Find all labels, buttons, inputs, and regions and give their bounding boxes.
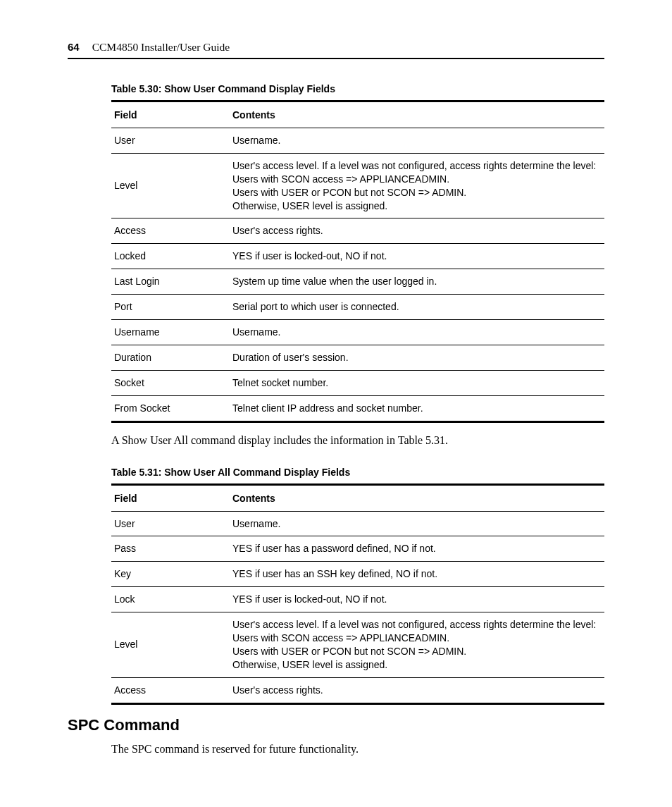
spc-text: The SPC command is reserved for future f… xyxy=(111,743,604,756)
cell-contents: Serial port to which user is connected. xyxy=(230,295,604,320)
cell-field: Port xyxy=(111,295,230,320)
cell-field: From Socket xyxy=(111,395,230,421)
cell-field: Access xyxy=(111,218,230,244)
table-header-field: Field xyxy=(111,101,230,128)
table-row: PortSerial port to which user is connect… xyxy=(111,295,604,320)
page-number: 64 xyxy=(68,41,80,53)
cell-field: Duration xyxy=(111,345,230,370)
cell-contents: Telnet socket number. xyxy=(230,370,604,395)
cell-contents: Username. xyxy=(230,320,604,345)
spc-heading: SPC Command xyxy=(68,716,604,734)
cell-contents: User's access level. If a level was not … xyxy=(230,612,604,678)
table-row: KeyYES if user has an SSH key defined, N… xyxy=(111,562,604,587)
table-row: UserUsername. xyxy=(111,511,604,536)
cell-contents: Telnet client IP address and socket numb… xyxy=(230,395,604,421)
cell-contents: User's access rights. xyxy=(230,218,604,244)
cell-contents: YES if user has a password defined, NO i… xyxy=(230,536,604,562)
cell-contents: YES if user is locked-out, NO if not. xyxy=(230,587,604,612)
cell-field: Pass xyxy=(111,536,230,562)
cell-field: Level xyxy=(111,153,230,218)
guide-title: CCM4850 Installer/User Guide xyxy=(92,41,230,54)
table-row: LevelUser's access level. If a level was… xyxy=(111,153,604,218)
table-row: LevelUser's access level. If a level was… xyxy=(111,612,604,678)
table-531: Field Contents UserUsername.PassYES if u… xyxy=(111,483,604,705)
table-530-caption: Table 5.30: Show User Command Display Fi… xyxy=(111,83,604,94)
cell-field: Key xyxy=(111,562,230,587)
table-row: AccessUser's access rights. xyxy=(111,218,604,244)
cell-contents: YES if user is locked-out, NO if not. xyxy=(230,244,604,269)
table-row: From SocketTelnet client IP address and … xyxy=(111,395,604,421)
table-row: SocketTelnet socket number. xyxy=(111,370,604,395)
cell-contents: Duration of user's session. xyxy=(230,345,604,370)
mid-paragraph: A Show User All command display includes… xyxy=(111,434,604,447)
table-530: Field Contents UserUsername.LevelUser's … xyxy=(111,100,604,423)
table-header-row: Field Contents xyxy=(111,484,604,511)
table-row: DurationDuration of user's session. xyxy=(111,345,604,370)
table-530-body: UserUsername.LevelUser's access level. I… xyxy=(111,128,604,422)
page-header: 64 CCM4850 Installer/User Guide xyxy=(68,41,604,59)
cell-field: User xyxy=(111,128,230,154)
cell-field: Last Login xyxy=(111,269,230,295)
cell-contents: User's access rights. xyxy=(230,677,604,703)
table-header-field: Field xyxy=(111,484,230,511)
table-row: AccessUser's access rights. xyxy=(111,677,604,703)
cell-field: Lock xyxy=(111,587,230,612)
cell-contents: Username. xyxy=(230,128,604,154)
table-row: UserUsername. xyxy=(111,128,604,154)
cell-field: Access xyxy=(111,677,230,703)
table-531-caption: Table 5.31: Show User All Command Displa… xyxy=(111,467,604,478)
table-header-contents: Contents xyxy=(230,484,604,511)
table-row: Last LoginSystem up time value when the … xyxy=(111,269,604,295)
cell-contents: Username. xyxy=(230,511,604,536)
table-header-contents: Contents xyxy=(230,101,604,128)
cell-field: Level xyxy=(111,612,230,678)
table-531-body: UserUsername.PassYES if user has a passw… xyxy=(111,511,604,703)
cell-contents: YES if user has an SSH key defined, NO i… xyxy=(230,562,604,587)
cell-field: User xyxy=(111,511,230,536)
cell-field: Username xyxy=(111,320,230,345)
table-row: UsernameUsername. xyxy=(111,320,604,345)
table-row: LockYES if user is locked-out, NO if not… xyxy=(111,587,604,612)
table-header-row: Field Contents xyxy=(111,101,604,128)
cell-contents: User's access level. If a level was not … xyxy=(230,153,604,218)
cell-field: Socket xyxy=(111,370,230,395)
cell-contents: System up time value when the user logge… xyxy=(230,269,604,295)
cell-field: Locked xyxy=(111,244,230,269)
table-row: LockedYES if user is locked-out, NO if n… xyxy=(111,244,604,269)
table-row: PassYES if user has a password defined, … xyxy=(111,536,604,562)
